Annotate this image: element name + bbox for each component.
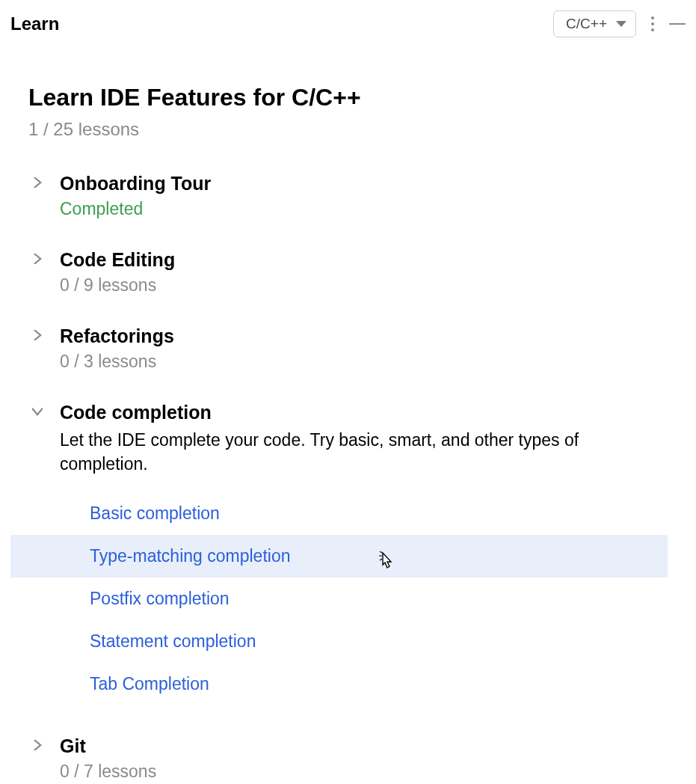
section-refactorings[interactable]: Refactorings 0 / 3 lessons — [28, 325, 668, 372]
chevron-right-icon — [28, 173, 46, 188]
section-status: 0 / 7 lessons — [60, 762, 668, 782]
lesson-postfix-completion[interactable]: Postfix completion — [10, 578, 668, 620]
minimize-button[interactable] — [669, 23, 686, 25]
section-code-completion[interactable]: Code completion Let the IDE complete you… — [28, 402, 668, 705]
section-title: Code Editing — [60, 249, 668, 271]
language-selector-label: C/C++ — [566, 16, 607, 32]
lesson-statement-completion[interactable]: Statement completion — [10, 620, 668, 663]
section-title: Code completion — [60, 402, 668, 423]
progress-counter: 1 / 25 lessons — [28, 119, 668, 140]
cursor-pointer-icon — [377, 551, 395, 577]
chevron-right-icon — [28, 249, 46, 264]
section-title: Refactorings — [60, 325, 668, 347]
chevron-down-icon — [28, 402, 46, 417]
section-title: Onboarding Tour — [60, 173, 668, 195]
section-status: 0 / 3 lessons — [60, 352, 668, 372]
section-status: 0 / 9 lessons — [60, 275, 668, 295]
more-menu-button[interactable] — [648, 13, 657, 34]
lesson-type-matching-completion[interactable]: Type-matching completion — [10, 535, 668, 578]
section-code-editing[interactable]: Code Editing 0 / 9 lessons — [28, 249, 668, 295]
lesson-tab-completion[interactable]: Tab Completion — [10, 663, 668, 705]
panel-title: Learn — [10, 13, 59, 34]
lesson-label: Type-matching completion — [90, 546, 290, 566]
section-status: Completed — [60, 199, 668, 219]
language-selector[interactable]: C/C++ — [553, 10, 636, 37]
chevron-right-icon — [28, 735, 46, 750]
section-description: Let the IDE complete your code. Try basi… — [60, 428, 668, 476]
chevron-down-icon — [616, 21, 626, 27]
section-onboarding-tour[interactable]: Onboarding Tour Completed — [28, 173, 668, 219]
section-git[interactable]: Git 0 / 7 lessons — [28, 735, 668, 782]
section-title: Git — [60, 735, 668, 757]
lesson-basic-completion[interactable]: Basic completion — [10, 492, 668, 535]
page-title: Learn IDE Features for C/C++ — [28, 84, 668, 111]
chevron-right-icon — [28, 325, 46, 340]
